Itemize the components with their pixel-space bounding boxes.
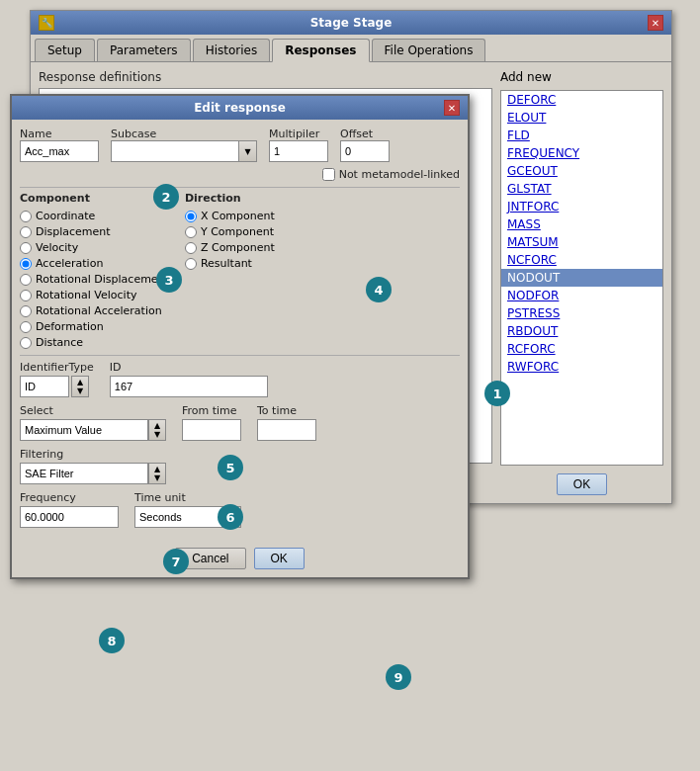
tab-histories[interactable]: Histories — [193, 39, 271, 61]
add-new-ok-button[interactable]: OK — [557, 473, 607, 495]
offset-group: Offset — [340, 128, 390, 162]
time-unit-group: Time unit ▲▼ — [134, 490, 241, 528]
offset-label: Offset — [340, 128, 390, 140]
filtering-arrow[interactable]: ▲▼ — [148, 463, 166, 484]
tabs-bar: Setup Parameters Histories Responses Fil… — [31, 35, 671, 62]
frequency-label: Frequency — [20, 491, 76, 504]
tab-parameters[interactable]: Parameters — [97, 39, 191, 61]
radio-x-component[interactable]: X Component — [185, 210, 275, 222]
cancel-button[interactable]: Cancel — [175, 548, 245, 569]
window-close-button[interactable]: ✕ — [648, 15, 663, 31]
radio-resultant[interactable]: Resultant — [185, 257, 275, 270]
tab-setup[interactable]: Setup — [35, 39, 95, 61]
app-icon: 🔧 — [39, 15, 54, 31]
name-group: Name — [20, 128, 99, 162]
list-item-rwforc[interactable]: RWFORC — [501, 358, 662, 376]
badge-9: 9 — [386, 664, 411, 690]
select-label: Select — [20, 404, 53, 417]
list-item-pstress[interactable]: PSTRESS — [501, 304, 662, 322]
select-arrow[interactable]: ▲▼ — [148, 419, 166, 441]
frequency-group: Frequency — [20, 490, 119, 528]
list-item-matsum[interactable]: MATSUM — [501, 233, 662, 251]
offset-input[interactable] — [340, 140, 390, 162]
multiplier-group: Multipiler — [269, 128, 328, 162]
filtering-group: Filtering ▲▼ — [20, 447, 166, 484]
id-label: ID — [110, 361, 122, 374]
not-metamodel-checkbox[interactable] — [322, 168, 335, 181]
subcase-group: Subcase ▼ — [111, 128, 257, 162]
subcase-combo: ▼ — [111, 140, 257, 162]
to-time-input[interactable] — [257, 419, 316, 441]
multiplier-label: Multipiler — [269, 128, 328, 140]
dialog-close-button[interactable]: ✕ — [444, 100, 460, 116]
radio-rotational-acceleration[interactable]: Rotational Acceleration — [20, 304, 169, 317]
radio-rotational-displacement[interactable]: Rotational Displacement — [20, 273, 169, 286]
radio-acceleration[interactable]: Acceleration — [20, 257, 169, 270]
not-metamodel-label: Not metamodel-linked — [339, 168, 460, 181]
title-bar: 🔧 Stage Stage ✕ — [31, 11, 671, 35]
to-time-label: To time — [257, 404, 297, 417]
dialog-buttons: Cancel OK — [12, 544, 468, 577]
frequency-row: Frequency Time unit ▲▼ — [20, 490, 460, 528]
id-input[interactable] — [110, 376, 268, 397]
list-item-frequency[interactable]: FREQUENCY — [501, 144, 662, 162]
list-item-rbdout[interactable]: RBDOUT — [501, 322, 662, 340]
from-time-input[interactable] — [182, 419, 241, 441]
list-item-gceout[interactable]: GCEOUT — [501, 162, 662, 180]
response-definitions-label: Response definitions — [39, 70, 492, 84]
time-unit-label: Time unit — [134, 491, 186, 504]
subcase-label: Subcase — [111, 128, 257, 140]
radio-displacement[interactable]: Displacement — [20, 225, 169, 238]
list-item-deforc[interactable]: DEFORC — [501, 91, 662, 109]
radio-distance[interactable]: Distance — [20, 336, 169, 349]
identifier-type-group: IdentifierType ▲▼ — [20, 360, 94, 397]
name-input[interactable] — [20, 140, 99, 162]
radio-deformation[interactable]: Deformation — [20, 320, 169, 333]
identifier-type-label: IdentifierType — [20, 361, 94, 374]
filtering-input[interactable] — [20, 463, 148, 484]
direction-group: Direction X Component Y Component Z Comp… — [185, 192, 275, 349]
edit-response-dialog: Edit response ✕ Name Subcase ▼ Multipile… — [10, 94, 470, 579]
select-input[interactable] — [20, 419, 148, 441]
multiplier-input[interactable] — [269, 140, 328, 162]
tab-file-operations[interactable]: File Operations — [372, 39, 486, 61]
window-title: Stage Stage — [54, 16, 648, 30]
ok-button[interactable]: OK — [254, 548, 305, 569]
badge-8: 8 — [99, 628, 125, 653]
right-panel: Add new DEFORCELOUTFLDFREQUENCYGCEOUTGLS… — [500, 70, 663, 495]
radio-y-component[interactable]: Y Component — [185, 225, 275, 238]
list-item-ncforc[interactable]: NCFORC — [501, 251, 662, 269]
add-new-list[interactable]: DEFORCELOUTFLDFREQUENCYGCEOUTGLSTATJNTFO… — [500, 90, 663, 466]
identifier-type-arrow[interactable]: ▲▼ — [71, 376, 89, 397]
list-item-jntforc[interactable]: JNTFORC — [501, 198, 662, 215]
list-item-nodout[interactable]: NODOUT — [501, 269, 662, 287]
list-item-fld[interactable]: FLD — [501, 127, 662, 144]
top-fields-row: Name Subcase ▼ Multipiler Offset — [20, 128, 460, 162]
radio-rotational-velocity[interactable]: Rotational Velocity — [20, 289, 169, 301]
component-direction-area: Component Coordinate Displacement Veloci… — [20, 192, 460, 349]
time-unit-arrow[interactable]: ▲▼ — [223, 506, 241, 528]
time-unit-input[interactable] — [134, 506, 223, 528]
filtering-row: Filtering ▲▼ — [20, 447, 460, 484]
subcase-dropdown-arrow[interactable]: ▼ — [239, 140, 257, 162]
list-item-rcforc[interactable]: RCFORC — [501, 340, 662, 358]
add-new-label: Add new — [500, 70, 663, 84]
identifier-type-input[interactable] — [20, 376, 69, 397]
tab-responses[interactable]: Responses — [272, 39, 369, 62]
list-item-elout[interactable]: ELOUT — [501, 109, 662, 127]
list-item-mass[interactable]: MASS — [501, 215, 662, 233]
from-time-label: From time — [182, 404, 237, 417]
subcase-input[interactable] — [111, 140, 239, 162]
frequency-input[interactable] — [20, 506, 119, 528]
from-time-group: From time — [182, 403, 241, 441]
radio-velocity[interactable]: Velocity — [20, 241, 169, 254]
filtering-label: Filtering — [20, 448, 63, 461]
select-group: Select ▲▼ — [20, 403, 166, 441]
direction-title: Direction — [185, 192, 275, 205]
radio-z-component[interactable]: Z Component — [185, 241, 275, 254]
list-item-glstat[interactable]: GLSTAT — [501, 180, 662, 198]
list-item-nodfor[interactable]: NODFOR — [501, 287, 662, 304]
add-new-ok-area: OK — [500, 473, 663, 495]
radio-coordinate[interactable]: Coordinate — [20, 210, 169, 222]
metamodel-row: Not metamodel-linked — [20, 168, 460, 181]
